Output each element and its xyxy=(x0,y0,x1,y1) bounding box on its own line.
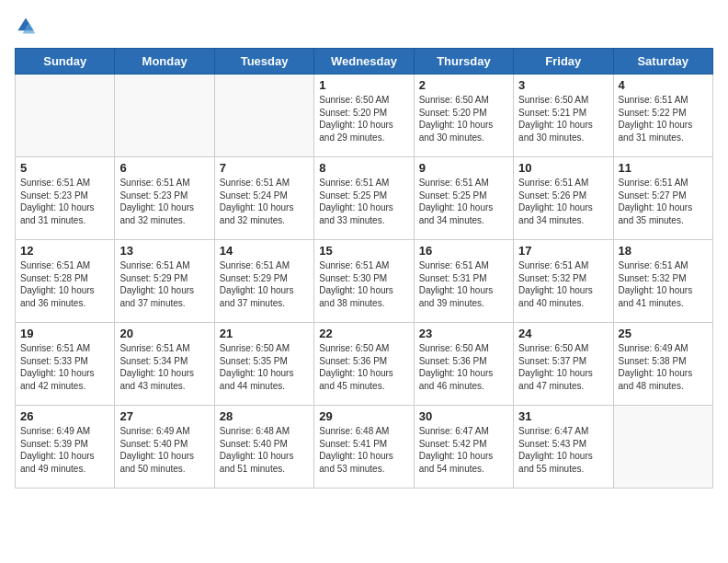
day-info: Sunrise: 6:50 AM Sunset: 5:36 PM Dayligh… xyxy=(319,342,408,392)
calendar-day-cell: 20Sunrise: 6:51 AM Sunset: 5:34 PM Dayli… xyxy=(115,323,214,406)
day-number: 23 xyxy=(419,327,508,340)
day-info: Sunrise: 6:51 AM Sunset: 5:29 PM Dayligh… xyxy=(220,259,309,309)
calendar-day-cell: 6Sunrise: 6:51 AM Sunset: 5:23 PM Daylig… xyxy=(115,157,214,240)
day-number: 2 xyxy=(419,78,508,92)
calendar-day-cell: 18Sunrise: 6:51 AM Sunset: 5:32 PM Dayli… xyxy=(613,240,712,323)
day-number: 13 xyxy=(119,244,209,258)
calendar-day-cell: 13Sunrise: 6:51 AM Sunset: 5:29 PM Dayli… xyxy=(115,240,214,323)
day-number: 4 xyxy=(619,78,708,92)
day-number: 26 xyxy=(20,409,109,423)
day-number: 25 xyxy=(619,327,708,340)
day-info: Sunrise: 6:49 AM Sunset: 5:38 PM Dayligh… xyxy=(619,342,708,392)
day-info: Sunrise: 6:51 AM Sunset: 5:25 PM Dayligh… xyxy=(419,177,508,226)
day-info: Sunrise: 6:47 AM Sunset: 5:43 PM Dayligh… xyxy=(518,425,608,475)
day-info: Sunrise: 6:51 AM Sunset: 5:26 PM Dayligh… xyxy=(518,177,608,226)
calendar-day-cell: 8Sunrise: 6:51 AM Sunset: 5:25 PM Daylig… xyxy=(314,157,414,240)
day-info: Sunrise: 6:51 AM Sunset: 5:23 PM Dayligh… xyxy=(119,177,209,226)
day-info: Sunrise: 6:51 AM Sunset: 5:25 PM Dayligh… xyxy=(319,177,408,226)
day-info: Sunrise: 6:50 AM Sunset: 5:20 PM Dayligh… xyxy=(419,94,508,144)
calendar-day-cell: 31Sunrise: 6:47 AM Sunset: 5:43 PM Dayli… xyxy=(514,406,613,488)
day-number: 5 xyxy=(20,161,109,175)
calendar-day-cell: 21Sunrise: 6:50 AM Sunset: 5:35 PM Dayli… xyxy=(214,323,313,406)
calendar-day-cell: 25Sunrise: 6:49 AM Sunset: 5:38 PM Dayli… xyxy=(613,323,712,406)
calendar-day-cell: 16Sunrise: 6:51 AM Sunset: 5:31 PM Dayli… xyxy=(414,240,513,323)
logo-icon xyxy=(15,15,37,37)
day-number: 17 xyxy=(518,244,608,258)
day-info: Sunrise: 6:51 AM Sunset: 5:31 PM Dayligh… xyxy=(419,259,508,309)
calendar-day-cell: 28Sunrise: 6:48 AM Sunset: 5:40 PM Dayli… xyxy=(214,406,313,488)
day-number: 29 xyxy=(319,409,408,423)
day-number: 24 xyxy=(518,327,608,340)
calendar-day-cell: 10Sunrise: 6:51 AM Sunset: 5:26 PM Dayli… xyxy=(514,157,613,240)
calendar-day-cell xyxy=(214,75,313,157)
day-info: Sunrise: 6:51 AM Sunset: 5:32 PM Dayligh… xyxy=(619,259,708,309)
page-header xyxy=(15,15,713,37)
calendar-week-row: 26Sunrise: 6:49 AM Sunset: 5:39 PM Dayli… xyxy=(16,406,713,488)
calendar-day-cell: 1Sunrise: 6:50 AM Sunset: 5:20 PM Daylig… xyxy=(314,75,414,157)
day-info: Sunrise: 6:51 AM Sunset: 5:28 PM Dayligh… xyxy=(20,259,109,309)
calendar-day-cell: 12Sunrise: 6:51 AM Sunset: 5:28 PM Dayli… xyxy=(16,240,115,323)
day-number: 12 xyxy=(20,244,109,258)
day-number: 10 xyxy=(518,161,608,175)
day-info: Sunrise: 6:51 AM Sunset: 5:30 PM Dayligh… xyxy=(319,259,408,309)
day-number: 28 xyxy=(220,409,309,423)
calendar-day-cell: 22Sunrise: 6:50 AM Sunset: 5:36 PM Dayli… xyxy=(314,323,414,406)
calendar-day-cell: 14Sunrise: 6:51 AM Sunset: 5:29 PM Dayli… xyxy=(214,240,313,323)
calendar-day-cell: 5Sunrise: 6:51 AM Sunset: 5:23 PM Daylig… xyxy=(16,157,115,240)
calendar-header-row: SundayMondayTuesdayWednesdayThursdayFrid… xyxy=(16,49,713,75)
day-info: Sunrise: 6:51 AM Sunset: 5:29 PM Dayligh… xyxy=(119,259,209,309)
day-number: 20 xyxy=(119,327,209,340)
calendar-week-row: 12Sunrise: 6:51 AM Sunset: 5:28 PM Dayli… xyxy=(16,240,713,323)
day-info: Sunrise: 6:49 AM Sunset: 5:40 PM Dayligh… xyxy=(119,425,209,475)
day-info: Sunrise: 6:51 AM Sunset: 5:24 PM Dayligh… xyxy=(220,177,309,226)
day-number: 14 xyxy=(220,244,309,258)
day-info: Sunrise: 6:51 AM Sunset: 5:27 PM Dayligh… xyxy=(619,177,708,226)
day-of-week-header: Tuesday xyxy=(214,49,313,75)
day-info: Sunrise: 6:50 AM Sunset: 5:37 PM Dayligh… xyxy=(518,342,608,392)
calendar-day-cell: 17Sunrise: 6:51 AM Sunset: 5:32 PM Dayli… xyxy=(514,240,613,323)
calendar-day-cell xyxy=(115,75,214,157)
day-info: Sunrise: 6:50 AM Sunset: 5:20 PM Dayligh… xyxy=(319,94,408,144)
day-info: Sunrise: 6:50 AM Sunset: 5:36 PM Dayligh… xyxy=(419,342,508,392)
calendar-week-row: 5Sunrise: 6:51 AM Sunset: 5:23 PM Daylig… xyxy=(16,157,713,240)
calendar-day-cell: 26Sunrise: 6:49 AM Sunset: 5:39 PM Dayli… xyxy=(16,406,115,488)
day-number: 9 xyxy=(419,161,508,175)
day-number: 19 xyxy=(20,327,109,340)
day-number: 31 xyxy=(518,409,608,423)
day-info: Sunrise: 6:48 AM Sunset: 5:41 PM Dayligh… xyxy=(319,425,408,475)
calendar-day-cell xyxy=(16,75,115,157)
calendar-day-cell: 4Sunrise: 6:51 AM Sunset: 5:22 PM Daylig… xyxy=(613,75,712,157)
day-of-week-header: Friday xyxy=(514,49,613,75)
day-number: 18 xyxy=(619,244,708,258)
day-of-week-header: Monday xyxy=(115,49,214,75)
day-info: Sunrise: 6:48 AM Sunset: 5:40 PM Dayligh… xyxy=(220,425,309,475)
logo xyxy=(15,15,40,37)
day-info: Sunrise: 6:49 AM Sunset: 5:39 PM Dayligh… xyxy=(20,425,109,475)
day-number: 16 xyxy=(419,244,508,258)
day-number: 30 xyxy=(419,409,508,423)
calendar-day-cell: 15Sunrise: 6:51 AM Sunset: 5:30 PM Dayli… xyxy=(314,240,414,323)
calendar-day-cell xyxy=(613,406,712,488)
calendar-day-cell: 23Sunrise: 6:50 AM Sunset: 5:36 PM Dayli… xyxy=(414,323,513,406)
day-number: 6 xyxy=(119,161,209,175)
calendar-day-cell: 11Sunrise: 6:51 AM Sunset: 5:27 PM Dayli… xyxy=(613,157,712,240)
day-of-week-header: Saturday xyxy=(613,49,712,75)
calendar-day-cell: 27Sunrise: 6:49 AM Sunset: 5:40 PM Dayli… xyxy=(115,406,214,488)
day-info: Sunrise: 6:50 AM Sunset: 5:35 PM Dayligh… xyxy=(220,342,309,392)
day-info: Sunrise: 6:50 AM Sunset: 5:21 PM Dayligh… xyxy=(518,94,608,144)
day-number: 15 xyxy=(319,244,408,258)
calendar-table: SundayMondayTuesdayWednesdayThursdayFrid… xyxy=(15,48,713,488)
calendar-day-cell: 3Sunrise: 6:50 AM Sunset: 5:21 PM Daylig… xyxy=(514,75,613,157)
day-info: Sunrise: 6:51 AM Sunset: 5:23 PM Dayligh… xyxy=(20,177,109,226)
day-info: Sunrise: 6:51 AM Sunset: 5:34 PM Dayligh… xyxy=(119,342,209,392)
day-info: Sunrise: 6:51 AM Sunset: 5:32 PM Dayligh… xyxy=(518,259,608,309)
day-of-week-header: Wednesday xyxy=(314,49,414,75)
calendar-day-cell: 2Sunrise: 6:50 AM Sunset: 5:20 PM Daylig… xyxy=(414,75,513,157)
day-number: 1 xyxy=(319,78,408,92)
day-number: 22 xyxy=(319,327,408,340)
day-number: 3 xyxy=(518,78,608,92)
day-number: 8 xyxy=(319,161,408,175)
day-info: Sunrise: 6:51 AM Sunset: 5:33 PM Dayligh… xyxy=(20,342,109,392)
day-number: 27 xyxy=(119,409,209,423)
calendar-day-cell: 30Sunrise: 6:47 AM Sunset: 5:42 PM Dayli… xyxy=(414,406,513,488)
